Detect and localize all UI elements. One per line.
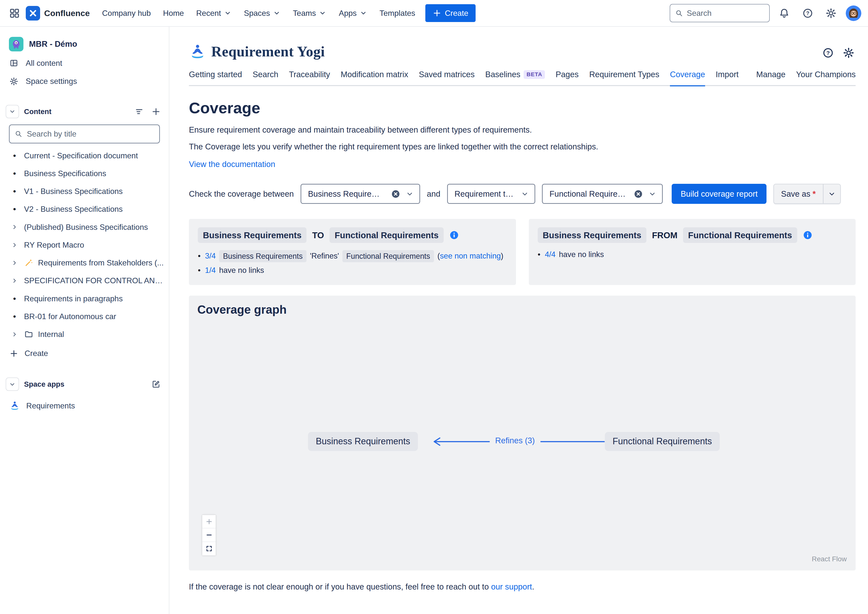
fit-view-button[interactable] — [202, 542, 216, 555]
tab-baselines[interactable]: BaselinesBETA — [485, 70, 545, 86]
react-flow-attribution[interactable]: React Flow — [812, 555, 847, 563]
global-search-input[interactable] — [687, 9, 764, 18]
tab-requirement-types[interactable]: Requirement Types — [589, 70, 659, 86]
nav-recent[interactable]: Recent — [191, 5, 237, 22]
sidebar-item-requirements[interactable]: Requirements — [5, 396, 164, 416]
nav-company-hub[interactable]: Company hub — [96, 5, 157, 22]
intro-line-2: The Coverage lets you verify whether the… — [189, 142, 856, 151]
fraction-link[interactable]: 1/4 — [205, 266, 216, 275]
graph-node-business-requirements[interactable]: Business Requirements — [308, 432, 418, 451]
left-type-select[interactable]: Business Requirements — [300, 184, 420, 204]
edit-space-apps-button[interactable] — [149, 377, 163, 392]
coverage-controls: Check the coverage between Business Requ… — [189, 184, 856, 204]
view-documentation-link[interactable]: View the documentation — [189, 160, 275, 169]
tab-import[interactable]: Import — [716, 70, 739, 86]
nav-teams[interactable]: Teams — [287, 5, 332, 22]
tab-modification-matrix[interactable]: Modification matrix — [341, 70, 408, 86]
tab-traceability[interactable]: Traceability — [289, 70, 330, 86]
space-sidebar: MBR - Démo All content Space settings Co… — [0, 27, 170, 614]
info-icon[interactable] — [803, 230, 813, 240]
page-title: Coverage — [189, 99, 856, 117]
tab-getting-started[interactable]: Getting started — [189, 70, 242, 86]
tree-item[interactable]: Business Specifications — [5, 164, 164, 182]
chevron-down-icon — [828, 190, 836, 198]
tree-item[interactable]: Requirements from Stakeholders (... — [5, 254, 164, 271]
nav-apps[interactable]: Apps — [333, 5, 373, 22]
notifications-button[interactable] — [775, 4, 793, 22]
save-as-menu-button[interactable] — [823, 184, 840, 203]
direction-keyword: FROM — [652, 230, 677, 240]
right-type-select[interactable]: Functional Requirements — [542, 184, 663, 204]
collapse-space-apps-button[interactable] — [6, 377, 19, 391]
tab-pages[interactable]: Pages — [555, 70, 579, 86]
tab-coverage[interactable]: Coverage — [670, 70, 705, 86]
confluence-home-link[interactable]: Confluence — [25, 6, 95, 20]
tree-item[interactable]: BR-01 for Autonomous car — [5, 307, 164, 325]
tab-saved-matrices[interactable]: Saved matrices — [419, 70, 475, 86]
nav-templates[interactable]: Templates — [374, 5, 421, 22]
settings-button[interactable] — [822, 4, 840, 22]
tab-search[interactable]: Search — [253, 70, 278, 86]
search-icon — [15, 130, 22, 138]
sidebar-create-button[interactable]: Create — [5, 344, 164, 363]
sidebar-item-space-settings[interactable]: Space settings — [5, 73, 164, 90]
expand-chevron[interactable] — [9, 242, 20, 249]
required-asterisk: * — [812, 189, 816, 198]
expand-chevron[interactable] — [9, 277, 20, 284]
tree-item[interactable]: V1 - Business Specifications — [5, 183, 164, 200]
filter-content-button[interactable] — [132, 104, 146, 119]
tree-item[interactable]: Requirements in paragraphs — [5, 290, 164, 307]
folder-icon — [24, 330, 33, 339]
relationship-select[interactable]: Requirement type — [447, 184, 535, 204]
intro-line-1: Ensure requirement coverage and maintain… — [189, 125, 856, 135]
save-as-button[interactable]: Save as * — [774, 184, 824, 203]
chevron-right-icon — [11, 331, 18, 338]
type-chip: Functional Requirements — [342, 250, 434, 262]
tree-item[interactable]: RY Report Macro — [5, 236, 164, 254]
nav-home[interactable]: Home — [157, 5, 190, 22]
fit-view-icon — [205, 545, 213, 552]
zoom-in-button[interactable] — [202, 515, 216, 529]
fraction-link[interactable]: 3/4 — [205, 251, 216, 260]
info-icon[interactable] — [449, 230, 459, 240]
build-coverage-report-button[interactable]: Build coverage report — [672, 184, 767, 204]
help-icon[interactable] — [822, 47, 834, 59]
search-by-title-input[interactable] — [27, 129, 154, 138]
chevron-down-icon — [224, 9, 232, 17]
tree-item[interactable]: Internal — [5, 325, 164, 343]
search-by-title[interactable] — [9, 124, 160, 144]
tree-item[interactable]: SPECIFICATION FOR CONTROL AND... — [5, 272, 164, 290]
app-switcher-button[interactable] — [6, 4, 23, 22]
add-content-button[interactable] — [149, 104, 163, 119]
fraction-link[interactable]: 4/4 — [545, 250, 555, 259]
space-header[interactable]: MBR - Démo — [5, 35, 164, 54]
global-search[interactable] — [670, 4, 770, 22]
sidebar-item-all-content[interactable]: All content — [5, 55, 164, 72]
user-avatar[interactable] — [846, 5, 861, 21]
gear-icon[interactable] — [843, 47, 854, 59]
tree-item[interactable]: Current - Specification document — [5, 147, 164, 164]
tab-manage[interactable]: Manage — [756, 70, 785, 86]
create-button[interactable]: Create — [425, 4, 476, 22]
expand-chevron[interactable] — [9, 223, 20, 231]
expand-chevron[interactable] — [9, 259, 20, 267]
graph-edge-label[interactable]: Refines (3) — [490, 435, 540, 446]
clear-selection-icon[interactable] — [633, 189, 643, 198]
tree-item[interactable]: V2 - Business Specifications — [5, 200, 164, 218]
help-button[interactable] — [799, 4, 817, 22]
tree-item[interactable]: (Published) Business Specifications — [5, 218, 164, 236]
expand-chevron[interactable] — [9, 331, 20, 338]
zoom-out-button[interactable] — [202, 529, 216, 542]
clear-selection-icon[interactable] — [391, 189, 400, 198]
app-header: Requirement Yogi — [189, 43, 856, 60]
bullet-marker — [9, 186, 20, 196]
our-support-link[interactable]: our support — [491, 582, 532, 591]
see-non-matching-link[interactable]: see non matching — [440, 251, 501, 260]
nav-spaces[interactable]: Spaces — [238, 5, 286, 22]
chevron-down-icon — [9, 381, 16, 388]
tab-your-champions[interactable]: Your Champions — [796, 70, 856, 86]
collapse-content-button[interactable] — [6, 105, 19, 118]
graph-node-functional-requirements[interactable]: Functional Requirements — [605, 432, 720, 451]
bullet-marker — [9, 169, 20, 178]
chevron-right-icon — [11, 242, 18, 249]
